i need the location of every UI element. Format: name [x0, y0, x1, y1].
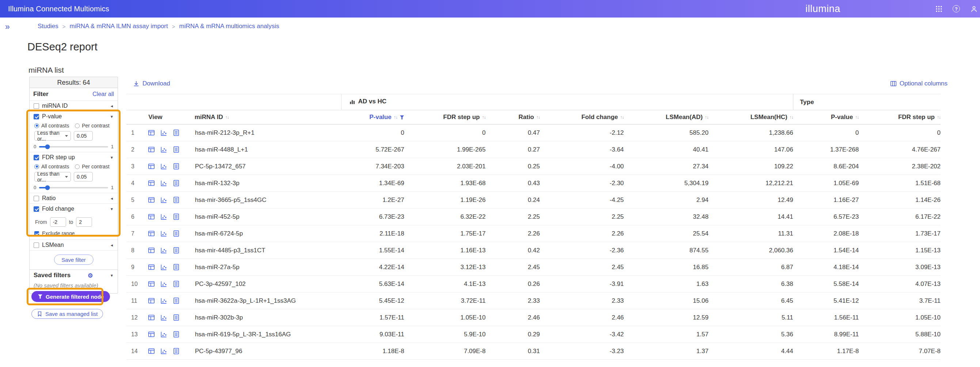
breadcrumb-assay-import[interactable]: miRNA & mRNA ILMN assay import — [69, 23, 168, 30]
report-view-icon[interactable] — [173, 197, 180, 203]
expand-arrow-icon[interactable]: ▼ — [110, 156, 114, 160]
table-row[interactable]: 3 PC-5p-13472_657 7.34E-203 2.03E-201 0.… — [126, 158, 940, 175]
sort-icon[interactable]: ↑↓ — [225, 115, 229, 120]
fold-change-to-input[interactable] — [76, 217, 92, 227]
column-header-ratio[interactable]: Ratio↑↓ — [485, 110, 540, 124]
download-button[interactable]: Download — [133, 80, 170, 87]
table-row[interactable]: 1 hsa-miR-212-3p_R+1 0 0 0.47 -2.12 585.… — [126, 124, 940, 141]
fdr-threshold-input[interactable] — [74, 172, 93, 181]
table-view-icon[interactable] — [148, 146, 155, 153]
table-row[interactable]: 11 hsa-miR-3622a-3p_L-1R+1_1ss3AG 5.45E-… — [126, 292, 940, 309]
fdr-operator-select[interactable]: Less than or... — [34, 172, 71, 181]
scatter-plot-icon[interactable] — [160, 146, 167, 153]
table-row[interactable]: 6 hsa-miR-452-5p 6.73E-23 6.32E-22 2.25 … — [126, 208, 940, 225]
per-contrast-radio[interactable] — [75, 124, 80, 128]
save-filter-button[interactable]: Save filter — [54, 254, 94, 265]
table-row[interactable]: 14 PC-5p-43977_96 1.18E-8 7.09E-8 0.31 -… — [126, 343, 940, 360]
ratio-checkbox[interactable] — [33, 196, 39, 201]
all-contrasts-radio[interactable] — [34, 124, 39, 128]
all-contrasts-radio[interactable] — [34, 164, 39, 169]
breadcrumb-studies[interactable]: Studies — [38, 23, 59, 30]
save-as-managed-list-button[interactable]: Save as managed list — [32, 309, 103, 319]
expand-arrow-icon[interactable]: ▼ — [110, 115, 114, 119]
help-icon[interactable]: ? — [952, 5, 960, 13]
sort-icon[interactable]: ↑↓ — [937, 115, 940, 120]
column-header-lsmean-ad[interactable]: LSMean(AD)↑↓ — [624, 110, 709, 124]
report-view-icon[interactable] — [173, 213, 180, 220]
table-row[interactable]: 8 hsa-mir-4485-p3_1ss1CT 1.55E-14 1.16E-… — [126, 242, 940, 259]
saved-filters-header[interactable]: Saved filters ⚙ ▼ — [30, 270, 118, 281]
p-value-slider[interactable] — [39, 146, 108, 148]
scatter-plot-icon[interactable] — [160, 247, 167, 254]
user-icon[interactable] — [970, 5, 978, 13]
scatter-plot-icon[interactable] — [160, 264, 167, 271]
sidebar-expand-icon[interactable]: » — [5, 22, 10, 32]
table-row[interactable]: 7 hsa-miR-6724-5p 2.11E-18 1.75E-17 2.26… — [126, 225, 940, 242]
filter-section-fdr[interactable]: FDR step up ▼ — [30, 152, 118, 162]
table-view-icon[interactable] — [148, 213, 155, 220]
optional-columns-button[interactable]: Optional columns — [890, 80, 948, 87]
report-view-icon[interactable] — [173, 146, 180, 153]
table-view-icon[interactable] — [148, 264, 155, 271]
filter-section-mirna-id[interactable]: miRNA ID ◄ — [30, 100, 118, 111]
table-view-icon[interactable] — [148, 163, 155, 170]
table-view-icon[interactable] — [148, 348, 155, 354]
scatter-plot-icon[interactable] — [160, 197, 167, 203]
report-view-icon[interactable] — [173, 348, 180, 354]
expand-arrow-icon[interactable]: ▼ — [110, 273, 114, 278]
table-view-icon[interactable] — [148, 180, 155, 187]
column-header-mirna-id[interactable]: miRNA ID↑↓ — [195, 110, 341, 124]
apps-grid-icon[interactable] — [935, 5, 943, 13]
sort-icon[interactable]: ↑↓ — [482, 115, 485, 120]
breadcrumb-multiomics-analysis[interactable]: miRNA & mRNA multiomics analysis — [179, 23, 279, 30]
table-row[interactable]: 5 hsa-mir-3665-p5_1ss4GC 1.2E-27 1.19E-2… — [126, 192, 940, 208]
report-view-icon[interactable] — [173, 280, 180, 288]
mirna-id-checkbox[interactable] — [33, 103, 39, 109]
fdr-checkbox[interactable] — [33, 155, 39, 160]
report-view-icon[interactable] — [173, 163, 180, 170]
table-row[interactable]: 4 hsa-miR-132-3p 1.34E-69 1.93E-68 0.43 … — [126, 175, 940, 192]
table-row[interactable]: 13 hsa-miR-619-5p_L-3R-1_1ss16AG 9.03E-1… — [126, 326, 940, 343]
sort-icon[interactable]: ↑↓ — [536, 115, 540, 120]
table-view-icon[interactable] — [148, 280, 155, 288]
filter-section-fold-change[interactable]: Fold change ▼ — [30, 203, 118, 214]
scatter-plot-icon[interactable] — [160, 163, 167, 170]
lsmean-checkbox[interactable] — [33, 243, 39, 248]
p-value-threshold-input[interactable] — [74, 131, 93, 141]
expand-arrow-icon[interactable]: ▼ — [110, 207, 114, 211]
filter-section-lsmean[interactable]: LSMean ◄ — [30, 240, 118, 250]
report-view-icon[interactable] — [173, 129, 180, 136]
sort-icon[interactable]: ↑↓ — [394, 115, 398, 120]
report-view-icon[interactable] — [173, 314, 180, 321]
report-view-icon[interactable] — [173, 331, 180, 338]
table-view-icon[interactable] — [148, 247, 155, 254]
table-view-icon[interactable] — [148, 297, 155, 304]
slider-thumb[interactable] — [45, 185, 50, 190]
column-header-type-fdr[interactable]: FDR step up↑↓ — [859, 110, 940, 124]
table-view-icon[interactable] — [148, 314, 155, 321]
scatter-plot-icon[interactable] — [160, 297, 167, 304]
scatter-plot-icon[interactable] — [160, 180, 167, 187]
scatter-plot-icon[interactable] — [160, 230, 167, 237]
sort-icon[interactable]: ↑↓ — [620, 115, 624, 120]
clear-all-link[interactable]: Clear all — [92, 91, 114, 97]
fdr-slider[interactable] — [39, 187, 108, 188]
slider-thumb[interactable] — [45, 144, 50, 149]
column-header-lsmean-hc[interactable]: LSMean(HC)↑↓ — [709, 110, 793, 124]
filter-section-p-value[interactable]: P-value ▼ — [30, 111, 118, 122]
filter-section-ratio[interactable]: Ratio ◄ — [30, 193, 118, 203]
sort-icon[interactable]: ↑↓ — [705, 115, 709, 120]
column-header-fdr[interactable]: FDR step up↑↓ — [404, 110, 486, 124]
collapse-arrow-icon[interactable]: ◄ — [110, 197, 114, 200]
gear-icon[interactable]: ⚙ — [88, 272, 93, 279]
report-view-icon[interactable] — [173, 297, 180, 304]
sort-icon[interactable]: ↑↓ — [789, 115, 793, 120]
exclude-range-checkbox[interactable] — [34, 231, 39, 236]
column-header-fold-change[interactable]: Fold change↑↓ — [540, 110, 624, 124]
collapse-arrow-icon[interactable]: ◄ — [110, 104, 114, 108]
scatter-plot-icon[interactable] — [160, 129, 167, 136]
column-header-type-p-value[interactable]: P-value↑↓ — [793, 110, 859, 124]
generate-filtered-node-button[interactable]: Generate filtered node — [32, 291, 110, 302]
sort-icon[interactable]: ↑↓ — [855, 115, 859, 120]
collapse-arrow-icon[interactable]: ◄ — [110, 243, 114, 247]
